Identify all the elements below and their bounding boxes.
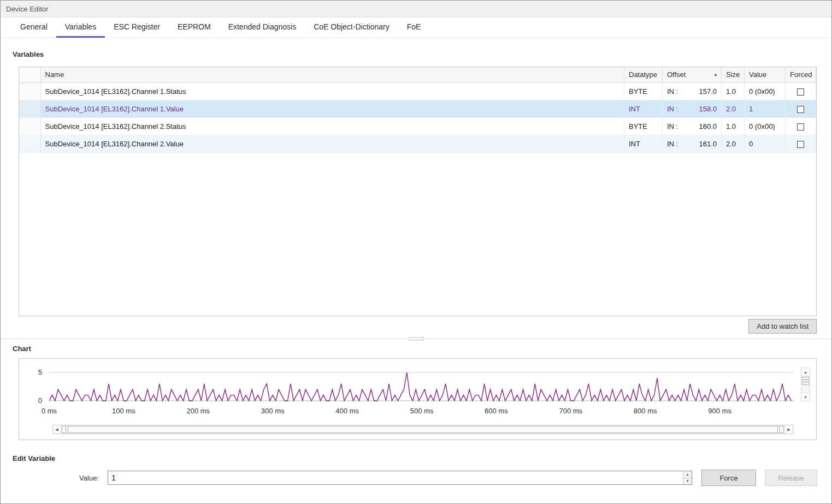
forced-cell: [786, 100, 816, 117]
forced-checkbox[interactable]: [797, 141, 804, 148]
table-row[interactable]: SubDevice_1014 [EL3162].Channel 1.Value …: [19, 100, 816, 117]
chart-plot-area: [49, 367, 794, 401]
splitter-grip-icon[interactable]: [409, 337, 424, 341]
thumb-grip-icon: [803, 380, 808, 382]
edit-variable-row: Value: ▲ ▼ Force Release: [1, 470, 831, 486]
chart-panel: 5 0 0 ms 100 ms 200 ms 300 ms 400 ms 500…: [19, 358, 817, 440]
x-tick: 900 ms: [708, 407, 731, 415]
value-cell: 0 (0x00): [745, 82, 786, 100]
forced-cell: [786, 82, 816, 100]
x-tick: 800 ms: [634, 407, 657, 415]
x-tick: 600 ms: [485, 407, 508, 415]
size-cell: 2.0: [722, 135, 745, 152]
y-axis-tick-5: 5: [32, 368, 42, 376]
tab-coe-object-dictionary[interactable]: CoE Object-Dictionary: [305, 17, 398, 38]
tab-foe[interactable]: FoE: [398, 17, 430, 38]
tab-variables[interactable]: Variables: [56, 17, 105, 38]
forced-cell: [786, 117, 816, 135]
chart-horizontal-scrollbar[interactable]: ◀ ▶: [52, 425, 793, 434]
x-tick: 0 ms: [42, 407, 57, 415]
chart-series-line: [49, 372, 792, 401]
forced-cell: [786, 135, 816, 152]
tab-general[interactable]: General: [11, 17, 56, 38]
x-tick: 500 ms: [410, 407, 434, 415]
tab-eeprom[interactable]: EEPROM: [169, 17, 220, 38]
forced-checkbox[interactable]: [797, 88, 804, 96]
value-cell: 0: [745, 135, 786, 152]
x-tick: 200 ms: [186, 407, 210, 415]
datatype-cell: BYTE: [624, 82, 663, 100]
tab-extended-diagnosis[interactable]: Extended Diagnosis: [220, 17, 305, 38]
variables-section-title: Variables: [1, 50, 831, 58]
horizontal-scroll-thumb[interactable]: [62, 426, 784, 433]
tab-esc-register[interactable]: ESC Register: [105, 17, 169, 38]
row-selector[interactable]: [19, 135, 40, 152]
value-spinner: ▲ ▼: [683, 471, 692, 484]
spinner-down-icon[interactable]: ▼: [683, 478, 692, 485]
scroll-left-icon[interactable]: ◀: [53, 425, 61, 434]
value-label: Value:: [66, 474, 99, 482]
size-cell: 2.0: [722, 100, 745, 117]
size-cell: 1.0: [722, 117, 745, 135]
y-axis-tick-0: 0: [32, 396, 42, 405]
datatype-cell: BYTE: [624, 117, 663, 135]
scroll-up-icon[interactable]: ▲: [801, 368, 810, 376]
thumb-grip-icon: [66, 427, 68, 432]
forced-checkbox[interactable]: [797, 123, 804, 131]
forced-checkbox[interactable]: [797, 106, 804, 113]
vertical-scroll-thumb[interactable]: [802, 377, 809, 385]
row-selector[interactable]: [19, 117, 40, 135]
scroll-down-icon[interactable]: ▼: [801, 393, 810, 401]
chart-section-title: Chart: [1, 345, 831, 353]
chart-vertical-scrollbar[interactable]: ▲ ▼: [801, 367, 810, 401]
column-header-datatype[interactable]: Datatype: [624, 67, 663, 82]
row-header-column: [19, 67, 40, 82]
horizontal-scroll-track[interactable]: [61, 425, 784, 434]
offset-cell: IN :161.0: [663, 135, 722, 152]
title-bar: Device Editor: [1, 1, 831, 17]
x-tick: 300 ms: [261, 407, 285, 415]
edit-variable-section-title: Edit Variable: [1, 454, 831, 463]
variable-name-cell: SubDevice_1014 [EL3162].Channel 2.Value: [40, 135, 624, 152]
variables-table: Name Datatype Offset ▲ Size Value Forced: [19, 67, 817, 316]
scroll-right-icon[interactable]: ▶: [784, 425, 793, 434]
x-axis-labels: 0 ms 100 ms 200 ms 300 ms 400 ms 500 ms …: [49, 407, 794, 416]
spinner-up-icon[interactable]: ▲: [683, 471, 692, 478]
row-selector[interactable]: [19, 100, 40, 117]
splitter[interactable]: [1, 339, 831, 343]
table-row[interactable]: SubDevice_1014 [EL3162].Channel 1.Status…: [19, 82, 816, 100]
x-tick: 100 ms: [112, 407, 135, 415]
row-selector[interactable]: [19, 82, 40, 100]
column-header-forced[interactable]: Forced: [786, 67, 816, 82]
line-chart: [49, 367, 794, 401]
table-header-row: Name Datatype Offset ▲ Size Value Forced: [19, 67, 816, 82]
datatype-cell: INT: [624, 100, 663, 117]
release-button[interactable]: Release: [765, 470, 817, 486]
device-editor-window: Device Editor General Variables ESC Regi…: [0, 0, 832, 504]
column-header-name[interactable]: Name: [40, 67, 624, 82]
variable-name-cell: SubDevice_1014 [EL3162].Channel 1.Value: [40, 100, 624, 117]
window-title: Device Editor: [6, 5, 48, 13]
force-button[interactable]: Force: [701, 470, 756, 486]
x-tick: 700 ms: [559, 407, 582, 415]
offset-cell: IN :160.0: [663, 117, 722, 135]
table-row[interactable]: SubDevice_1014 [EL3162].Channel 2.Status…: [19, 117, 816, 135]
add-to-watch-list-button[interactable]: Add to watch list: [748, 319, 817, 334]
column-header-offset[interactable]: Offset ▲: [663, 67, 722, 82]
vertical-scroll-track[interactable]: [801, 376, 810, 393]
column-header-value[interactable]: Value: [745, 67, 786, 82]
thumb-grip-icon: [777, 427, 780, 432]
value-input[interactable]: [108, 471, 683, 484]
table-row[interactable]: SubDevice_1014 [EL3162].Channel 2.Value …: [19, 135, 816, 152]
sort-ascending-icon: ▲: [713, 73, 718, 77]
value-cell: 1: [745, 100, 786, 117]
column-header-size[interactable]: Size: [722, 67, 745, 82]
size-cell: 1.0: [722, 82, 745, 100]
variable-name-cell: SubDevice_1014 [EL3162].Channel 2.Status: [40, 117, 624, 135]
offset-cell: IN :157.0: [663, 82, 722, 100]
datatype-cell: INT: [624, 135, 663, 152]
offset-cell: IN :158.0: [663, 100, 722, 117]
tab-bar: General Variables ESC Register EEPROM Ex…: [1, 17, 831, 38]
value-cell: 0 (0x00): [745, 117, 786, 135]
variable-name-cell: SubDevice_1014 [EL3162].Channel 1.Status: [40, 82, 624, 100]
